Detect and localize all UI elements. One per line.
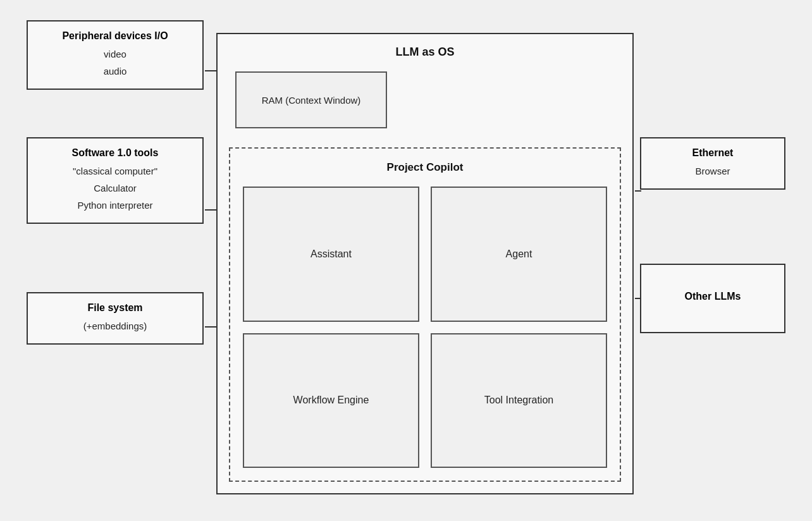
diagram-container: Peripheral devices I/O video audio Softw… bbox=[27, 14, 785, 507]
copilot-workflow: Workflow Engine bbox=[243, 333, 419, 469]
software-title: Software 1.0 tools bbox=[39, 147, 191, 159]
software-item-python: Python interpreter bbox=[39, 197, 191, 214]
other-llms-title: Other LLMs bbox=[685, 291, 741, 302]
filesystem-item-embeddings: (+embeddings) bbox=[39, 317, 191, 334]
ram-label: RAM (Context Window) bbox=[262, 95, 361, 106]
peripheral-item-video: video bbox=[39, 46, 191, 63]
copilot-box: Project Copilot Assistant Agent Workflow… bbox=[229, 147, 621, 482]
copilot-grid: Assistant Agent Workflow Engine Tool Int… bbox=[243, 187, 607, 468]
other-llms-box: Other LLMs bbox=[640, 264, 785, 333]
copilot-assistant: Assistant bbox=[243, 187, 419, 322]
copilot-agent: Agent bbox=[431, 187, 607, 322]
llm-os-title: LLM as OS bbox=[229, 46, 621, 59]
llm-os-box: LLM as OS RAM (Context Window) Project C… bbox=[216, 33, 634, 494]
software-item-classical: "classical computer" bbox=[39, 162, 191, 180]
ethernet-box: Ethernet Browser bbox=[640, 137, 785, 190]
peripheral-item-audio: audio bbox=[39, 63, 191, 80]
filesystem-box: File system (+embeddings) bbox=[27, 292, 204, 345]
software-item-calculator: Calculator bbox=[39, 180, 191, 197]
copilot-tool-integration: Tool Integration bbox=[431, 333, 607, 469]
ram-box: RAM (Context Window) bbox=[235, 71, 387, 128]
peripheral-title: Peripheral devices I/O bbox=[39, 30, 191, 42]
copilot-title: Project Copilot bbox=[243, 161, 607, 174]
peripheral-box: Peripheral devices I/O video audio bbox=[27, 20, 204, 90]
software-box: Software 1.0 tools "classical computer" … bbox=[27, 137, 204, 224]
filesystem-title: File system bbox=[39, 302, 191, 314]
ethernet-title: Ethernet bbox=[653, 147, 773, 159]
ethernet-item-browser: Browser bbox=[653, 162, 773, 180]
